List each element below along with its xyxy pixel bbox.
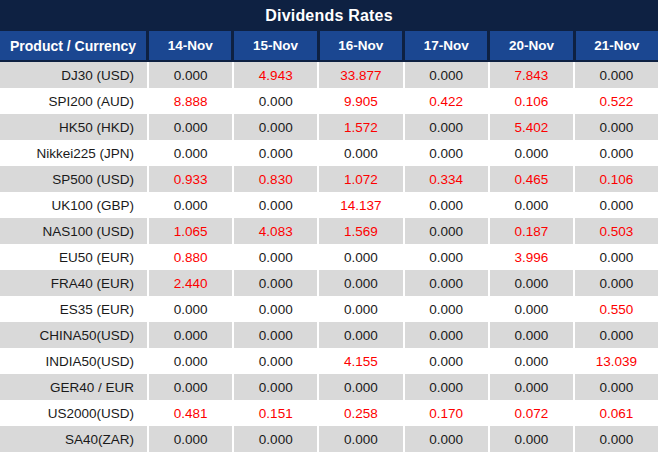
rate-cell: 13.039 [575,348,658,374]
rate-cell: 0.481 [149,400,234,426]
rate-cell: 1.072 [319,166,404,192]
product-cell: NAS100 (USD) [0,218,149,244]
rate-cell: 0.000 [405,218,490,244]
rate-cell: 0.000 [149,426,234,452]
product-cell: US2000(USD) [0,400,149,426]
rate-cell: 0.000 [319,374,404,400]
rate-cell: 0.000 [319,270,404,296]
rate-cell: 0.000 [405,62,490,88]
rate-cell: 0.000 [490,322,575,348]
rate-cell: 0.000 [234,348,319,374]
rate-cell: 0.000 [149,114,234,140]
rate-cell: 0.106 [575,166,658,192]
rate-cell: 0.000 [405,192,490,218]
rate-cell: 0.000 [149,348,234,374]
rate-cell: 0.000 [490,374,575,400]
rate-cell: 0.000 [234,374,319,400]
column-header-20-nov: 20-Nov [490,31,575,60]
rate-cell: 0.503 [575,218,658,244]
rate-cell: 14.137 [319,192,404,218]
table-row: US2000(USD)0.4810.1510.2580.1700.0720.06… [0,400,658,426]
table-row: UK100 (GBP)0.0000.00014.1370.0000.0000.0… [0,192,658,218]
product-cell: INDIA50(USD) [0,348,149,374]
rate-cell: 0.000 [490,348,575,374]
rate-cell: 0.000 [149,192,234,218]
table-row: CHINA50(USD)0.0000.0000.0000.0000.0000.0… [0,322,658,348]
product-cell: DJ30 (USD) [0,62,149,88]
rate-cell: 0.000 [405,270,490,296]
rate-cell: 0.000 [149,62,234,88]
rate-cell: 0.000 [234,114,319,140]
rate-cell: 0.187 [490,218,575,244]
table-row: SA40(ZAR)0.0000.0000.0000.0000.0000.000 [0,426,658,452]
product-cell: SA40(ZAR) [0,426,149,452]
rate-cell: 4.155 [319,348,404,374]
rate-cell: 0.000 [575,62,658,88]
table-row: SP500 (USD)0.9330.8301.0720.3340.4650.10… [0,166,658,192]
rate-cell: 0.000 [490,140,575,166]
rate-cell: 8.888 [149,88,234,114]
rate-cell: 0.000 [490,426,575,452]
rate-cell: 0.000 [490,192,575,218]
rate-cell: 0.000 [575,140,658,166]
product-cell: Nikkei225 (JPN) [0,140,149,166]
rate-cell: 2.440 [149,270,234,296]
product-cell: FRA40 (EUR) [0,270,149,296]
rate-cell: 1.065 [149,218,234,244]
product-cell: UK100 (GBP) [0,192,149,218]
rate-cell: 0.000 [575,426,658,452]
rate-cell: 4.083 [234,218,319,244]
rate-cell: 0.334 [405,166,490,192]
rate-cell: 0.880 [149,244,234,270]
rate-cell: 7.843 [490,62,575,88]
table-header-row: Product / Currency 14-Nov15-Nov16-Nov17-… [0,31,658,62]
rate-cell: 4.943 [234,62,319,88]
rate-cell: 3.996 [490,244,575,270]
rate-cell: 0.151 [234,400,319,426]
rate-cell: 0.072 [490,400,575,426]
table-row: SPI200 (AUD)8.8880.0009.9050.4220.1060.5… [0,88,658,114]
rate-cell: 0.258 [319,400,404,426]
rate-cell: 0.000 [575,244,658,270]
rate-cell: 0.000 [405,114,490,140]
table-row: Nikkei225 (JPN)0.0000.0000.0000.0000.000… [0,140,658,166]
product-cell: GER40 / EUR [0,374,149,400]
rate-cell: 0.000 [405,140,490,166]
rate-cell: 5.402 [490,114,575,140]
rate-cell: 0.000 [149,296,234,322]
table-row: EU50 (EUR)0.8800.0000.0000.0003.9960.000 [0,244,658,270]
rate-cell: 9.905 [319,88,404,114]
product-cell: HK50 (HKD) [0,114,149,140]
product-currency-column-header: Product / Currency [0,31,149,60]
rate-cell: 0.000 [234,296,319,322]
page-title: Dividends Rates [0,0,658,31]
rate-cell: 0.000 [575,192,658,218]
table-body: DJ30 (USD)0.0004.94333.8770.0007.8430.00… [0,62,658,452]
table-row: HK50 (HKD)0.0000.0001.5720.0005.4020.000 [0,114,658,140]
rate-cell: 33.877 [319,62,404,88]
rate-cell: 0.000 [319,322,404,348]
rate-cell: 0.000 [405,374,490,400]
rate-cell: 0.422 [405,88,490,114]
rate-cell: 0.000 [319,140,404,166]
rate-cell: 0.000 [234,270,319,296]
rate-cell: 0.000 [319,296,404,322]
rate-cell: 0.522 [575,88,658,114]
rate-cell: 0.000 [234,140,319,166]
rate-cell: 0.000 [234,244,319,270]
rate-cell: 0.000 [405,296,490,322]
rate-cell: 0.000 [149,140,234,166]
table-row: GER40 / EUR0.0000.0000.0000.0000.0000.00… [0,374,658,400]
product-cell: CHINA50(USD) [0,322,149,348]
column-header-16-nov: 16-Nov [320,31,405,60]
rate-cell: 0.550 [575,296,658,322]
table-row: DJ30 (USD)0.0004.94333.8770.0007.8430.00… [0,62,658,88]
rate-cell: 0.170 [405,400,490,426]
rate-cell: 0.465 [490,166,575,192]
rate-cell: 0.000 [405,322,490,348]
rate-cell: 0.000 [405,348,490,374]
product-cell: ES35 (EUR) [0,296,149,322]
column-header-17-nov: 17-Nov [405,31,490,60]
column-header-15-nov: 15-Nov [234,31,319,60]
rate-cell: 0.000 [405,426,490,452]
